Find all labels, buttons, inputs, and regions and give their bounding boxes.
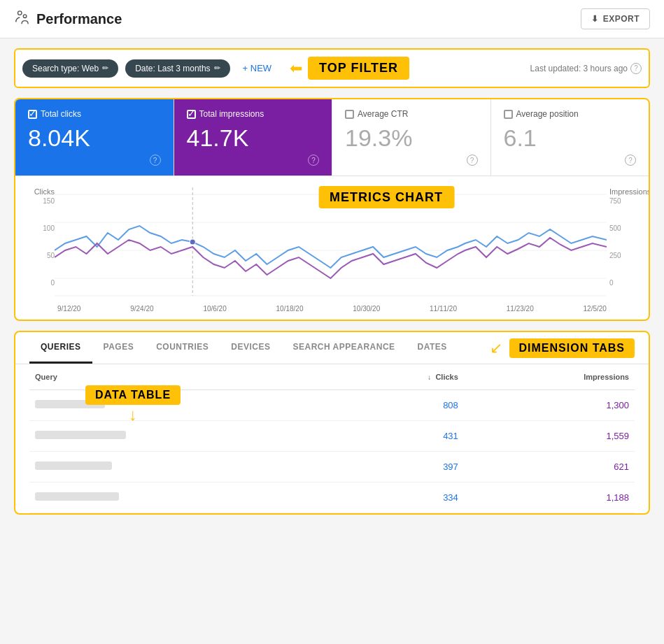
svg-point-8: [190, 239, 195, 245]
data-table-badge: DATA TABLE: [85, 385, 181, 405]
download-icon: ⬇: [591, 14, 599, 24]
metrics-chart-annotation: METRICS CHART: [318, 190, 454, 205]
total-clicks-help: ?: [28, 155, 161, 166]
table-content: DATA TABLE ↓ Query ↓ Clicks Impressions: [15, 364, 649, 513]
new-filter-button[interactable]: + NEW: [237, 59, 278, 78]
query-cell: [29, 390, 338, 421]
x-axis-labels: 9/12/20 9/24/20 10/6/20 10/18/20 10/30/2…: [57, 305, 607, 313]
filter-bar: Search type: Web ✏ Date: Last 3 months ✏…: [14, 48, 650, 88]
page-header: Performance ⬇ EXPORT: [0, 0, 664, 38]
total-clicks-card[interactable]: ✓ Total clicks 8.04K ?: [15, 99, 174, 176]
svg-point-1: [23, 14, 27, 17]
table-row: 334 1,188: [29, 482, 635, 513]
edit-icon: ✏: [214, 64, 220, 73]
help-icon[interactable]: ?: [150, 155, 161, 166]
avg-ctr-card[interactable]: Average CTR 19.3% ?: [332, 99, 491, 176]
tab-dates[interactable]: DATES: [407, 332, 458, 364]
tab-queries[interactable]: QUERIES: [29, 332, 92, 364]
help-circle-icon: ?: [630, 63, 642, 74]
table-row: 431 1,559: [29, 421, 635, 452]
help-icon[interactable]: ?: [467, 155, 478, 166]
query-column-header[interactable]: Query: [29, 364, 338, 390]
arrow-left-icon: ↙: [490, 339, 502, 357]
chart-area: METRICS CHART Clicks 150 100 50 0: [15, 176, 649, 320]
avg-ctr-help: ?: [345, 155, 478, 166]
clicks-column-header[interactable]: ↓ Clicks: [338, 364, 464, 390]
avg-position-value: 6.1: [504, 124, 637, 152]
checkbox-checked-icon: ✓: [28, 110, 37, 119]
page-title: Performance: [36, 11, 122, 27]
total-clicks-value: 8.04K: [28, 124, 161, 152]
arrow-right-icon: ⬅: [290, 59, 302, 78]
total-impressions-help: ?: [187, 155, 320, 166]
query-cell: [29, 482, 338, 513]
date-filter-chip[interactable]: Date: Last 3 months ✏: [125, 59, 229, 78]
metrics-cards: ✓ Total clicks 8.04K ? ✓ Total impressio…: [15, 99, 649, 176]
avg-position-card[interactable]: Average position 6.1 ?: [491, 99, 649, 176]
top-filter-badge: TOP FILTER: [308, 57, 409, 80]
search-type-filter-chip[interactable]: Search type: Web ✏: [22, 59, 118, 78]
last-updated-text: Last updated: 3 hours ago ?: [530, 63, 642, 74]
total-impressions-card[interactable]: ✓ Total impressions 41.7K ?: [174, 99, 333, 176]
dimension-tabs-annotation: ↙ DIMENSION TABS: [490, 338, 635, 358]
metrics-chart-badge: METRICS CHART: [318, 186, 454, 208]
checkbox-checked-icon: ✓: [187, 110, 196, 119]
avg-ctr-value: 19.3%: [345, 124, 478, 152]
checkbox-unchecked-icon: [345, 110, 354, 119]
tab-search-appearance[interactable]: SEARCH APPEARANCE: [282, 332, 407, 364]
tab-devices[interactable]: DEVICES: [220, 332, 281, 364]
metrics-section: ✓ Total clicks 8.04K ? ✓ Total impressio…: [14, 98, 650, 321]
clicks-cell: 397: [338, 452, 464, 482]
total-impressions-label: ✓ Total impressions: [187, 109, 320, 119]
y-left-axis: Clicks 150 100 50 0: [29, 187, 55, 302]
query-cell: [29, 421, 338, 452]
data-table-annotation: DATA TABLE ↓: [85, 385, 181, 424]
top-filter-annotation: ⬅ TOP FILTER: [290, 57, 409, 80]
avg-position-help: ?: [504, 155, 637, 166]
total-impressions-value: 41.7K: [187, 124, 320, 152]
impressions-cell: 621: [464, 452, 635, 482]
query-cell: [29, 452, 338, 482]
clicks-cell: 808: [338, 390, 464, 421]
clicks-cell: 431: [338, 421, 464, 452]
svg-point-0: [18, 10, 22, 15]
y-right-axis: Impressions 750 500 250 0: [607, 187, 635, 302]
total-clicks-label: ✓ Total clicks: [28, 109, 161, 119]
checkbox-unchecked-icon: [504, 110, 513, 119]
sort-down-icon: ↓: [428, 373, 431, 381]
dimension-tabs-badge: DIMENSION TABS: [509, 338, 635, 358]
export-button[interactable]: ⬇ EXPORT: [581, 8, 650, 29]
person-icon: [14, 10, 29, 29]
avg-ctr-label: Average CTR: [345, 109, 478, 119]
dimension-tabs: QUERIES PAGES COUNTRIES DEVICES SEARCH A…: [15, 332, 649, 364]
tab-countries[interactable]: COUNTRIES: [145, 332, 220, 364]
avg-position-label: Average position: [504, 109, 637, 119]
help-icon[interactable]: ?: [308, 155, 319, 166]
tab-pages[interactable]: PAGES: [92, 332, 146, 364]
arrow-down-icon: ↓: [129, 405, 137, 424]
clicks-cell: 334: [338, 482, 464, 513]
table-row: 397 621: [29, 452, 635, 482]
impressions-cell: 1,300: [464, 390, 635, 421]
help-icon[interactable]: ?: [625, 155, 636, 166]
table-section: QUERIES PAGES COUNTRIES DEVICES SEARCH A…: [14, 331, 650, 515]
header-left: Performance: [14, 10, 122, 29]
edit-icon: ✏: [102, 64, 108, 73]
impressions-cell: 1,559: [464, 421, 635, 452]
impressions-column-header[interactable]: Impressions: [464, 364, 635, 390]
impressions-cell: 1,188: [464, 482, 635, 513]
